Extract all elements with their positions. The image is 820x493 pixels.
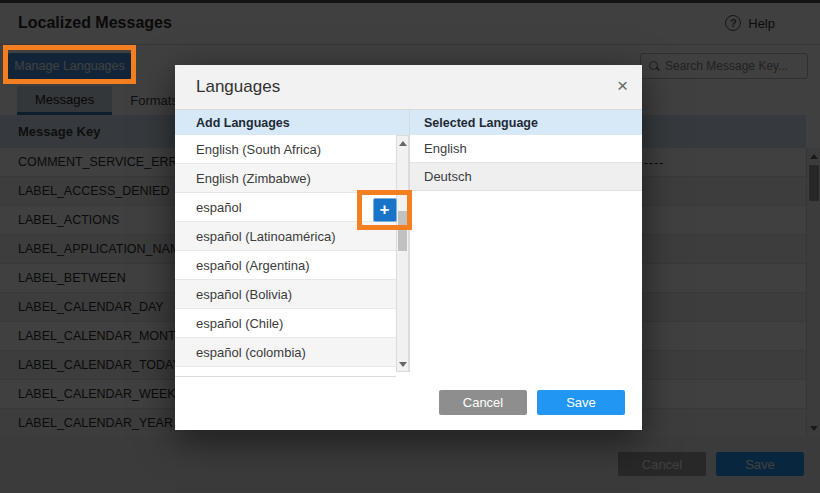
- add-list-scrollbar[interactable]: [396, 135, 409, 372]
- selected-languages-list: English Deutsch: [410, 135, 642, 372]
- selected-language-column-header: Selected Language: [424, 110, 538, 135]
- add-language-highlight-box: +: [357, 190, 412, 230]
- languages-modal: Languages × Add Languages Selected Langu…: [175, 65, 642, 430]
- manage-languages-highlight-box: [3, 45, 136, 84]
- scroll-up-icon[interactable]: [397, 137, 408, 149]
- close-icon[interactable]: ×: [617, 76, 628, 95]
- list-item[interactable]: español (colombia): [175, 338, 396, 367]
- list-item[interactable]: English (South Africa): [175, 135, 396, 164]
- list-item[interactable]: Deutsch: [410, 163, 642, 191]
- list-item[interactable]: español (Argentina): [175, 251, 396, 280]
- modal-cancel-button[interactable]: Cancel: [439, 390, 527, 415]
- list-item[interactable]: English: [410, 135, 642, 163]
- plus-icon: +: [380, 200, 390, 219]
- modal-save-button[interactable]: Save: [537, 390, 625, 415]
- add-language-button[interactable]: +: [373, 198, 397, 222]
- modal-title: Languages: [196, 77, 280, 97]
- modal-titlebar: Languages ×: [175, 65, 642, 110]
- add-languages-list: English (South Africa) English (Zimbabwe…: [175, 135, 396, 377]
- list-item[interactable]: español (Chile): [175, 309, 396, 338]
- add-languages-column-header: Add Languages: [196, 110, 290, 135]
- list-item[interactable]: español (Bolivia): [175, 280, 396, 309]
- list-item[interactable]: English (Zimbabwe): [175, 164, 396, 193]
- scroll-down-icon[interactable]: [397, 358, 408, 370]
- list-item[interactable]: [175, 367, 396, 377]
